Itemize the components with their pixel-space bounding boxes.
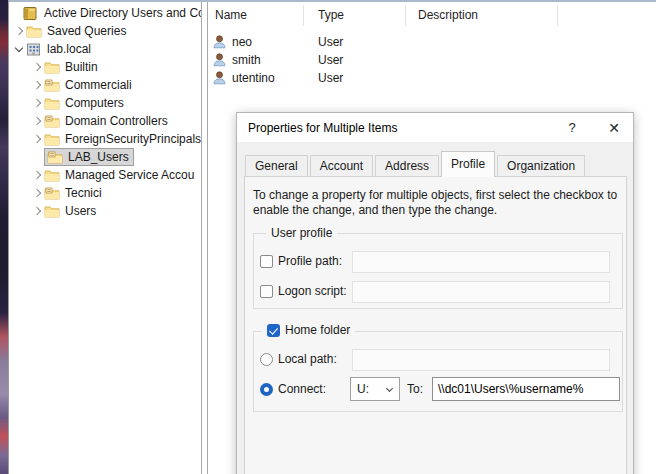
to-label-wrap: To: [407,382,423,396]
tree-item-foreignsecurityprincipals[interactable]: ForeignSecurityPrincipals [9,130,201,148]
home-folder-path-input[interactable]: \\dc01\Users\%username% [432,377,620,401]
connect-row: Connect: [260,382,326,396]
local-path-label: Local path: [278,352,337,366]
drive-letter-dropdown[interactable]: U: [350,377,400,401]
column-separator[interactable] [405,5,406,26]
tab-organization[interactable]: Organization [497,155,585,177]
user-profile-legend: User profile [266,226,337,240]
folder-icon [44,96,60,110]
user-type: User [303,35,405,49]
logon-script-input[interactable] [352,281,610,303]
tree-item-label: Tecnici [65,186,102,200]
desktop-wallpaper-sliver [0,0,8,474]
help-button[interactable]: ? [557,113,587,142]
tree-item-label: lab.local [47,42,91,56]
local-path-row: Local path: [260,352,337,366]
close-button[interactable]: ✕ [599,113,629,142]
tree-item-tecnici[interactable]: Tecnici [9,184,201,202]
tree-item-builtin[interactable]: Builtin [9,58,201,76]
chevron-right-icon[interactable] [30,132,44,146]
properties-dialog: Properties for Multiple Items ? ✕ Genera… [236,112,634,474]
tree-item-label: ForeignSecurityPrincipals [65,132,201,146]
tree-item-label: Users [65,204,96,218]
tree-item-lab-users[interactable]: LAB_Users [9,148,201,166]
user-profile-groupbox: User profile Profile path: Logon script: [253,233,623,309]
user-icon [212,52,228,68]
tree-item-label: Computers [65,96,124,110]
profile-path-checkbox[interactable] [260,255,273,268]
chevron-right-icon[interactable] [30,96,44,110]
instruction-text: To change a property for multiple object… [253,188,625,218]
chevron-right-icon[interactable] [30,168,44,182]
tree-item-label: Commerciali [65,78,132,92]
chevron-right-icon[interactable] [30,78,44,92]
list-row-smith[interactable]: smith User [208,51,656,69]
tree-item-users[interactable]: Users [9,202,201,220]
selected-tree-item: LAB_Users [44,148,134,166]
column-separator[interactable] [557,5,558,26]
profile-tab-page: To change a property for multiple object… [244,176,627,474]
local-path-radio[interactable] [260,353,273,366]
chevron-right-icon[interactable] [12,24,26,38]
home-folder-groupbox: Home folder Local path: Connect: U: To: [253,331,623,412]
local-path-input[interactable] [352,349,610,371]
chevron-right-icon[interactable] [30,186,44,200]
tree-item-aduc-root[interactable]: Active Directory Users and Com [9,4,201,22]
tree-item-label: Saved Queries [47,24,126,38]
logon-script-label: Logon script: [278,284,347,298]
to-label: To: [407,382,423,396]
folder-icon [44,168,60,182]
dialog-tabstrip: General Account Address Profile Organiza… [245,151,587,177]
tree-item-domain-controllers[interactable]: Domain Controllers [9,112,201,130]
profile-path-input[interactable] [352,251,610,273]
column-header-description[interactable]: Description [405,8,557,22]
tab-account[interactable]: Account [310,155,373,177]
chevron-right-icon[interactable] [30,114,44,128]
chevron-right-icon[interactable] [30,204,44,218]
home-folder-checkbox[interactable] [267,324,280,337]
ou-folder-icon [47,150,63,164]
list-row-neo[interactable]: neo User [208,33,656,51]
user-name: utentino [232,71,275,85]
user-name: smith [232,53,261,67]
user-icon [212,70,228,86]
list-header-row: Name Type Description [208,2,656,28]
connect-radio[interactable] [260,383,273,396]
user-name: neo [232,35,252,49]
logon-script-checkbox[interactable] [260,285,273,298]
tree-item-label: Builtin [65,60,98,74]
console-tree-panel: Active Directory Users and Com Saved Que… [9,2,201,474]
folder-icon [44,132,60,146]
tree-item-lab-local[interactable]: lab.local [9,40,201,58]
chevron-down-icon[interactable] [12,42,26,56]
folder-icon [44,204,60,218]
folder-icon [26,24,42,38]
profile-path-row: Profile path: [260,254,342,268]
folder-icon [44,60,60,74]
tree-item-commerciali[interactable]: Commerciali [9,76,201,94]
column-separator[interactable] [303,5,304,26]
panel-splitter[interactable] [201,2,208,474]
tree-item-saved-queries[interactable]: Saved Queries [9,22,201,40]
dialog-title: Properties for Multiple Items [237,121,397,135]
column-header-name[interactable]: Name [208,8,303,22]
drive-letter-value: U: [357,382,369,396]
user-icon [212,34,228,50]
tab-profile[interactable]: Profile [441,151,495,177]
tree-item-computers[interactable]: Computers [9,94,201,112]
chevron-down-icon [386,385,393,392]
list-row-utentino[interactable]: utentino User [208,69,656,87]
domain-icon [26,42,42,56]
logon-script-row: Logon script: [260,284,347,298]
tab-general[interactable]: General [245,155,308,177]
tree-item-managed-service-accounts[interactable]: Managed Service Accou [9,166,201,184]
chevron-right-icon[interactable] [30,60,44,74]
tree-item-label: Managed Service Accou [65,168,194,182]
chevron-spacer [30,150,44,164]
tree-item-label: Domain Controllers [65,114,168,128]
home-folder-label: Home folder [285,323,350,337]
tab-address[interactable]: Address [375,155,439,177]
column-header-type[interactable]: Type [303,8,405,22]
home-folder-legend: Home folder [262,323,355,337]
tree-item-label: Active Directory Users and Com [44,6,201,20]
